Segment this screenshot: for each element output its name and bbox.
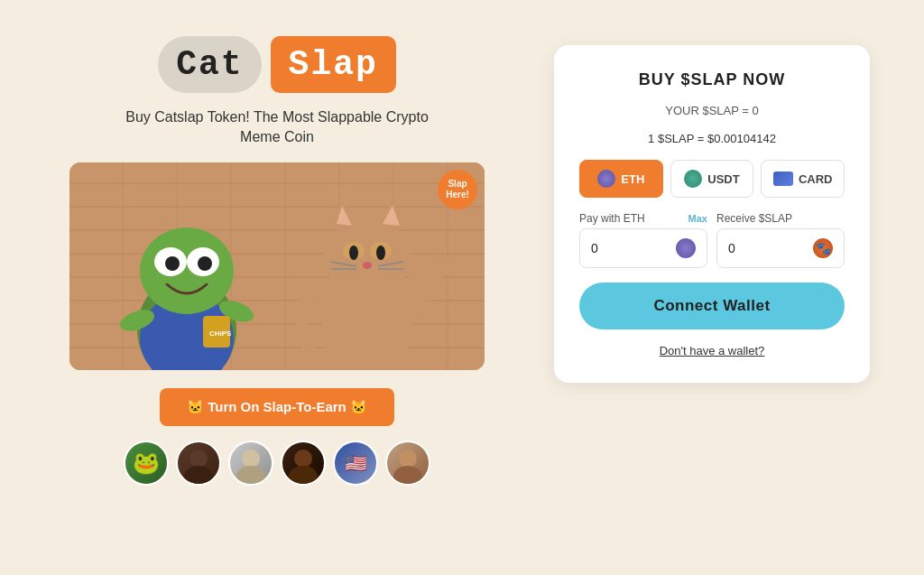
receive-input-field[interactable]: 🐾 [716,228,845,268]
avatars-row: 🐸 🇺🇸 [124,441,430,486]
svg-point-39 [294,450,312,468]
svg-point-21 [349,246,358,260]
tab-usdt-label: USDT [707,172,739,186]
slap-badge[interactable]: Slap Here! [438,170,477,209]
exchange-rate: 1 $SLAP = $0.00104142 [579,132,845,145]
svg-point-22 [376,246,385,260]
svg-point-30 [418,255,430,272]
logo-container: Cat Slap [158,36,396,93]
svg-point-40 [289,466,318,484]
receive-input-group: Receive $SLAP 🐾 [716,212,845,268]
svg-point-14 [324,218,411,297]
pay-amount-input[interactable] [591,241,664,255]
receive-label-row: Receive $SLAP [716,212,845,225]
svg-point-38 [236,466,265,484]
pay-input-field[interactable] [579,228,707,268]
svg-point-23 [363,262,372,269]
svg-point-36 [184,466,213,484]
slap-balance: YOUR $SLAP = 0 [579,104,845,117]
svg-point-42 [393,466,422,484]
avatar-4[interactable] [281,441,326,486]
receive-amount-input[interactable] [728,241,801,255]
hero-image[interactable]: Slap Here! [69,162,485,370]
svg-point-35 [189,450,208,468]
max-link[interactable]: Max [688,213,707,224]
svg-point-6 [198,256,212,271]
tagline: Buy Catslap Token! The Most Slappable Cr… [124,107,430,148]
buy-title: BUY $SLAP NOW [579,70,845,89]
svg-point-5 [165,256,180,271]
svg-point-41 [399,450,417,468]
card-icon [773,172,793,186]
connect-wallet-button[interactable]: Connect Wallet [579,283,845,329]
eth-amount-icon [676,238,696,258]
logo-slap: Slap [271,36,396,93]
eth-icon [597,170,615,188]
main-container: Cat Slap Buy Catslap Token! The Most Sla… [0,0,924,575]
avatar-3[interactable] [228,441,273,486]
tab-card-label: CARD [799,172,833,186]
currency-tabs: ETH USDT CARD [579,160,845,198]
avatar-2[interactable] [176,441,221,486]
pay-label-row: Pay with ETH Max [579,212,707,225]
svg-point-2 [140,227,234,314]
pay-input-group: Pay with ETH Max [579,212,707,268]
avatar-1[interactable]: 🐸 [124,441,169,486]
no-wallet-link[interactable]: Don't have a wallet? [579,344,845,357]
tab-eth[interactable]: ETH [579,160,663,198]
avatar-5[interactable]: 🇺🇸 [333,441,378,486]
earn-button[interactable]: 🐱 Turn On Slap-To-Earn 🐱 [160,388,394,426]
left-panel: Cat Slap Buy Catslap Token! The Most Sla… [54,36,500,486]
svg-point-32 [440,259,453,275]
pay-label: Pay with ETH [579,212,645,225]
characters-svg: CHiPS [69,162,485,370]
avatar-6[interactable] [385,441,430,486]
slap-amount-icon: 🐾 [813,238,833,258]
usdt-icon [684,170,702,188]
tab-usdt[interactable]: USDT [670,160,754,198]
receive-label: Receive $SLAP [716,212,792,225]
tab-eth-label: ETH [621,172,644,186]
input-row: Pay with ETH Max Receive $SLAP 🐾 [579,212,845,268]
logo-cat: Cat [158,36,261,93]
svg-point-37 [242,450,260,468]
svg-text:CHiPS: CHiPS [209,329,232,338]
buy-panel: BUY $SLAP NOW YOUR $SLAP = 0 1 $SLAP = $… [554,45,870,383]
tab-card[interactable]: CARD [761,160,845,198]
